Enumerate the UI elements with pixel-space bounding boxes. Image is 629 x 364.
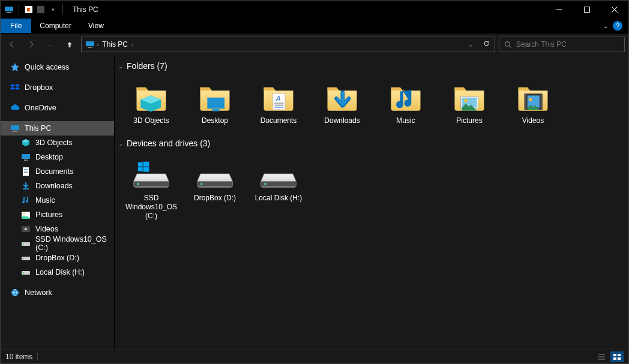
chevron-down-icon: ⌄: [118, 63, 123, 70]
view-details-button[interactable]: [595, 351, 608, 362]
folder-item[interactable]: Videos: [508, 78, 558, 125]
sidebar-item-label: Music: [35, 196, 55, 204]
sidebar-item[interactable]: Local Disk (H:): [1, 265, 114, 279]
sidebar-item[interactable]: DropBox (D:): [1, 251, 114, 265]
svg-rect-1: [7, 12, 11, 13]
sidebar-item-dropbox[interactable]: Dropbox: [1, 80, 114, 95]
svg-rect-5: [585, 7, 590, 13]
group-header-folders[interactable]: ⌄ Folders (7): [117, 59, 628, 74]
desktop-icon: [21, 152, 31, 162]
folder-item[interactable]: A Documents: [254, 78, 303, 125]
svg-rect-61: [613, 357, 616, 360]
sidebar-item-this-pc[interactable]: This PC: [1, 121, 114, 136]
svg-point-25: [23, 243, 24, 245]
svg-rect-0: [5, 7, 13, 11]
folder-item[interactable]: Downloads: [318, 78, 367, 125]
item-label: Local Disk (H:): [255, 194, 302, 203]
svg-rect-62: [618, 357, 621, 360]
sidebar-item[interactable]: Pictures: [1, 207, 114, 222]
item-label: Videos: [522, 116, 544, 125]
svg-rect-60: [618, 354, 621, 356]
svg-line-11: [509, 46, 511, 47]
drive-icon: [21, 253, 31, 263]
ribbon-tab-computer[interactable]: Computer: [31, 19, 80, 33]
drive-item[interactable]: SSD Windows10_OS (C:): [127, 155, 176, 221]
folder-icon: [448, 78, 490, 115]
sidebar-item-label: Pictures: [35, 210, 62, 219]
svg-rect-36: [274, 105, 283, 106]
ribbon-expand-icon[interactable]: ⌄: [603, 23, 608, 29]
ribbon-file-tab[interactable]: File: [1, 19, 31, 33]
sidebar-item-network[interactable]: Network: [1, 285, 114, 300]
refresh-button[interactable]: [478, 39, 495, 50]
folder-item[interactable]: Music: [381, 78, 430, 125]
videos-icon: [21, 224, 31, 234]
svg-rect-43: [541, 94, 543, 110]
status-item-count: 10 items: [5, 353, 32, 361]
svg-rect-13: [13, 131, 17, 132]
item-label: 3D Objects: [133, 116, 169, 125]
folder-item[interactable]: 3D Objects: [127, 78, 176, 125]
titlebar: ▾ This PC: [1, 1, 628, 19]
sidebar-item[interactable]: Downloads: [1, 179, 114, 193]
drive-item[interactable]: DropBox (D:): [190, 155, 239, 221]
status-bar: 10 items: [1, 350, 628, 363]
sidebar-item-quick-access[interactable]: Quick access: [1, 60, 114, 74]
sidebar-item[interactable]: Desktop: [1, 150, 114, 164]
nav-up-button[interactable]: [62, 37, 77, 52]
close-button[interactable]: [601, 1, 628, 19]
svg-rect-18: [24, 171, 28, 172]
minimize-button[interactable]: [546, 1, 573, 19]
sidebar-item-label: Desktop: [35, 153, 63, 161]
svg-rect-31: [207, 98, 224, 109]
nav-forward-button[interactable]: [23, 37, 39, 52]
address-bar[interactable]: › This PC › ⌄: [81, 37, 495, 52]
sidebar-item[interactable]: SSD Windows10_OS (C:): [1, 236, 114, 251]
app-icon: [4, 5, 14, 14]
svg-point-45: [529, 98, 532, 101]
svg-point-22: [23, 213, 25, 215]
svg-rect-3: [37, 6, 44, 13]
svg-rect-19: [24, 172, 28, 173]
network-icon: [10, 288, 20, 297]
group-header-label: Folders (7): [127, 61, 167, 71]
drive-item[interactable]: Local Disk (H:): [254, 155, 303, 221]
downloads-icon: [21, 181, 31, 191]
ribbon-tab-view[interactable]: View: [80, 19, 112, 33]
view-large-icons-button[interactable]: [610, 351, 624, 362]
svg-rect-32: [212, 109, 220, 111]
nav-back-button[interactable]: [4, 37, 20, 52]
sidebar-item[interactable]: Documents: [1, 164, 114, 179]
address-history-dropdown[interactable]: ⌄: [463, 41, 478, 48]
folder-item[interactable]: Desktop: [190, 78, 239, 125]
sidebar-item-label: OneDrive: [25, 104, 56, 112]
svg-point-27: [23, 258, 24, 259]
content-pane: ⌄ Folders (7) 3D Objects Desktop A Docum…: [115, 55, 628, 350]
qat-new-icon[interactable]: [36, 5, 46, 14]
documents-icon: [21, 167, 31, 176]
sidebar-item-onedrive[interactable]: OneDrive: [1, 101, 114, 115]
svg-point-55: [264, 183, 266, 185]
item-label: Downloads: [324, 116, 360, 125]
breadcrumb-item[interactable]: This PC: [98, 40, 131, 49]
qat-dropdown-icon[interactable]: ▾: [48, 5, 58, 14]
chevron-right-icon[interactable]: ›: [131, 41, 133, 48]
svg-rect-9: [88, 47, 92, 48]
search-box[interactable]: Search This PC: [499, 37, 625, 52]
nav-recent-dropdown[interactable]: ⌄: [43, 37, 58, 52]
help-icon[interactable]: ?: [613, 21, 622, 31]
sidebar-item-label: Dropbox: [25, 83, 53, 92]
group-header-drives[interactable]: ⌄ Devices and drives (3): [117, 136, 628, 152]
qat-properties-icon[interactable]: [24, 5, 34, 14]
item-label: Documents: [260, 116, 297, 125]
sidebar-item[interactable]: 3D Objects: [1, 136, 114, 150]
svg-rect-49: [143, 167, 149, 172]
sidebar-item[interactable]: Videos: [1, 222, 114, 236]
folder-item[interactable]: Pictures: [445, 78, 494, 125]
dropbox-icon: [10, 83, 20, 92]
svg-rect-44: [528, 95, 540, 107]
sidebar-item[interactable]: Music: [1, 193, 114, 207]
maximize-button[interactable]: [573, 1, 601, 19]
music-icon: [21, 195, 31, 205]
drive-icon: [21, 267, 31, 277]
